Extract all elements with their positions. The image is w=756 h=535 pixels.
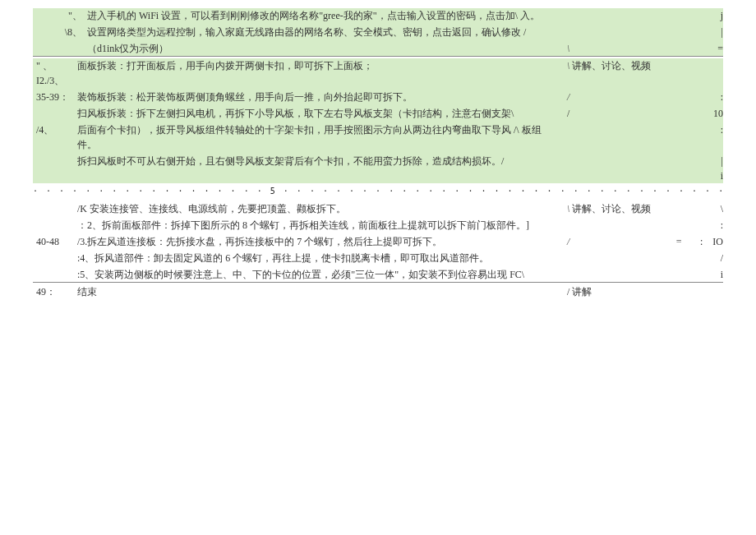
body-text: 面板拆装：打开面板后，用手向内拨开两侧卡扣，即可拆下上面板； xyxy=(77,58,567,73)
body-text: 设置网络类型为远程控制，输入家庭无线路由器的网络名称、安全模式、密钥，点击返回，… xyxy=(87,25,567,39)
end-row: 49： 结束 / 讲解 xyxy=(33,284,723,299)
body-text: 进入手机的 WiFi 设置，可以看到刚刚修改的网络名称"gree-我的家"，点击… xyxy=(87,8,567,23)
method-text: 讲解、讨论、视频 xyxy=(572,203,651,214)
white-block: /K 安装连接管、连接线、电源线前，先要把顶盖、颧板拆下。 \ 讲解、讨论、视频… xyxy=(33,201,723,283)
document-page: "、 进入手机的 WiFi 设置，可以看到刚刚修改的网络名称"gree-我的家"… xyxy=(0,0,756,309)
method-text: 讲解、讨论、视频 xyxy=(572,60,651,71)
margin-mark: : xyxy=(682,90,723,104)
text-span: 面板拆装：打开面板后，用手向内拨开两侧卡扣，即可拆下上面板； xyxy=(77,60,373,71)
bullet: \8、 xyxy=(33,25,87,39)
slash-mark: / xyxy=(567,106,682,121)
method-col: / 讲解 xyxy=(567,284,682,299)
slash-mark: \ xyxy=(567,60,569,71)
body-text: 结束 xyxy=(77,284,567,299)
duration-val: IO xyxy=(712,236,723,247)
duration: 10 xyxy=(682,106,723,121)
body-text: /3.拆左风道连接板：先拆接水盘，再拆连接板中的 7 个螺钉，然后往上提即可拆下… xyxy=(77,234,567,249)
duration: : IO xyxy=(682,234,723,249)
row-number: 40-48 xyxy=(33,234,77,249)
body-text: :4、拆风道部件：卸去固定风道的 6 个螺钉，再往上提，使卡扣脱离卡槽，即可取出… xyxy=(77,251,567,265)
margin-mark: \ xyxy=(682,201,723,216)
row-number: " 、I2./3、 xyxy=(33,58,77,88)
slash-mark: \ xyxy=(567,203,569,214)
slash: / xyxy=(567,236,569,247)
bullet: "、 xyxy=(33,8,87,23)
colon-mark: : xyxy=(700,236,703,247)
text-span: /3.拆左风道连接板：先拆接水盘，再拆连接板中的 7 个螺钉，然后往上提即可拆下… xyxy=(77,236,442,247)
margin-mark: j xyxy=(682,8,723,23)
slash-mark: / = xyxy=(567,234,682,249)
body-text: 扫风板拆装：拆下左侧扫风电机，再拆下小导风板，取下左右导风板支架（卡扣结构，注意… xyxy=(77,106,567,121)
margin-mark: | xyxy=(682,25,723,39)
margin-mark: : xyxy=(682,122,723,137)
body-text: /K 安装连接管、连接线、电源线前，先要把顶盖、颧板拆下。 xyxy=(77,201,567,216)
margin-mark: = xyxy=(682,41,723,56)
eq-mark: = xyxy=(675,234,682,249)
body-text: 装饰板拆装：松开装饰板两侧顶角螺丝，用手向后一推，向外抬起即可拆下。 xyxy=(77,90,567,104)
body-text: 后面有个卡扣），扳开导风板组件转轴处的十字架卡扣，用手按照图示方向从两边往内弯曲… xyxy=(77,122,567,152)
margin-mark: : xyxy=(682,218,723,233)
body-text: ：2、拆前面板部件：拆掉下图所示的 8 个螺钉，再拆相关连线，前面板往上提就可以… xyxy=(77,218,567,233)
slash-mark: / xyxy=(567,90,682,104)
body-text: 拆扫风板时不可从右侧开始，且右侧导风板支架背后有个卡扣，不能用蛮力拆除，造成结构… xyxy=(77,154,567,168)
margin-mark: i xyxy=(682,267,723,282)
body-text: （d1ink仅为示例） xyxy=(87,41,567,56)
dotted-separator: · · · · · · · · · · · · · · · · · · 5 · … xyxy=(33,187,723,198)
dotted-left-num: 5 xyxy=(270,187,277,196)
green-block-1: "、 进入手机的 WiFi 设置，可以看到刚刚修改的网络名称"gree-我的家"… xyxy=(33,8,723,57)
row-number: 49： xyxy=(33,284,77,299)
body-text: :5、安装两边侧板的时候要注意上、中、下的卡位的位置，必须"三位一体"，如安装不… xyxy=(77,267,567,282)
margin-mark: | i xyxy=(682,154,723,183)
slash-mark: \ xyxy=(567,41,682,56)
method-col: \ 讲解、讨论、视频 xyxy=(567,58,682,73)
margin-mark: / xyxy=(682,251,723,265)
row-number: /4、 xyxy=(33,122,77,137)
row-number: 35-39： xyxy=(33,90,77,104)
green-block-2: " 、I2./3、 面板拆装：打开面板后，用手向内拨开两侧卡扣，即可拆下上面板；… xyxy=(33,58,723,183)
method-col: \ 讲解、讨论、视频 xyxy=(567,201,682,216)
